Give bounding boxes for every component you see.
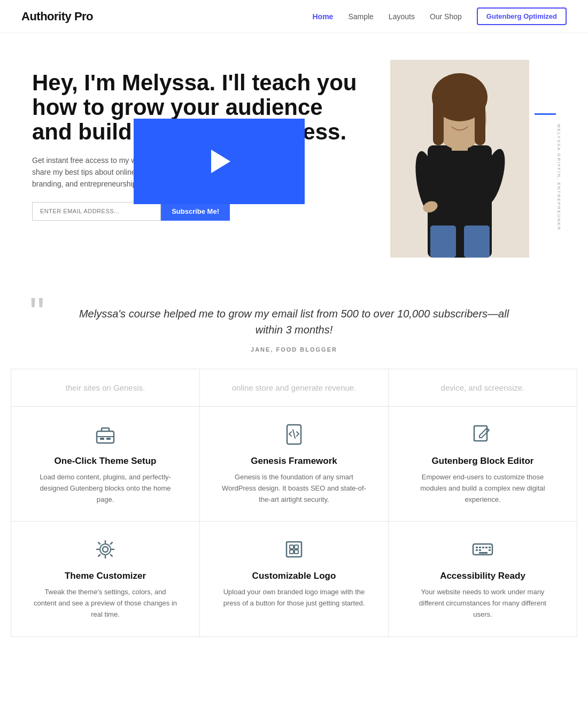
feature-title-genesis: Genesis Framework [251,456,337,467]
svg-rect-22 [290,545,293,549]
feature-accessibility: Accessibility Ready Your website needs t… [389,522,577,636]
gear-icon [94,538,117,561]
partial-text-2: online store and generate revenue. [232,382,357,393]
svg-point-19 [103,547,108,552]
svg-rect-33 [479,549,481,551]
svg-line-17 [293,430,295,438]
briefcase-icon [94,423,117,446]
email-input[interactable] [32,202,161,221]
edit-icon [471,423,494,446]
svg-rect-30 [485,547,488,548]
feature-title-gutenberg: Gutenberg Block Editor [432,456,534,467]
nav-link-shop[interactable]: Our Shop [430,12,462,21]
nav-link-sample[interactable]: Sample [348,12,373,21]
svg-rect-32 [476,549,478,551]
hero-image [390,60,529,258]
svg-rect-24 [290,550,293,554]
svg-rect-28 [479,547,481,548]
svg-rect-15 [106,438,111,440]
svg-rect-23 [295,545,298,549]
svg-rect-5 [433,97,444,145]
feature-desc-accessibility: Your website needs to work under many di… [410,587,555,620]
testimonial-section: " Melyssa's course helped me to grow my … [0,284,588,369]
feature-desc-one-click: Load demo content, plugins, and perfectl… [33,472,178,505]
feature-partial-3: device, and screensize. [389,369,577,407]
feature-theme-customizer: Theme Customizer Tweak the theme's setti… [11,522,200,636]
svg-rect-6 [475,97,485,145]
svg-rect-25 [295,550,298,554]
email-signup-form: Subscribe Me! [32,202,230,221]
svg-rect-34 [479,552,488,554]
feature-title-accessibility: Accessibility Ready [440,571,525,581]
feature-title-one-click: One-Click Theme Setup [55,456,157,467]
svg-point-20 [100,544,111,555]
feature-gutenberg: Gutenberg Block Editor Empower end-users… [389,407,577,522]
svg-rect-14 [100,438,104,440]
partial-text-3: device, and screensize. [441,382,525,393]
feature-desc-logo: Upload your own branded logo image with … [221,587,367,609]
nav-link-layouts[interactable]: Layouts [389,12,415,21]
person-photo-svg [390,60,529,258]
accent-line [535,113,556,115]
feature-desc-gutenberg: Empower end-users to customize those mod… [410,472,555,505]
testimonial-author: JANE, FOOD BLOGGER [251,346,337,353]
video-play-button[interactable] [134,119,305,204]
svg-rect-10 [464,226,490,258]
feature-title-customizer: Theme Customizer [65,571,146,581]
feature-one-click-setup: One-Click Theme Setup Load demo content,… [11,407,200,522]
feature-partial-2: online store and generate revenue. [200,369,389,407]
svg-rect-35 [489,549,491,551]
nav-link-home[interactable]: Home [312,12,333,21]
svg-rect-29 [482,547,484,548]
keyboard-icon [471,538,494,561]
main-nav: Home Sample Layouts Our Shop Gutenberg O… [312,7,567,25]
feature-custom-logo: Customizable Logo Upload your own brande… [200,522,389,636]
play-icon [211,150,230,173]
svg-rect-27 [476,547,478,548]
feature-title-logo: Customizable Logo [252,571,336,581]
code-file-icon [282,423,306,446]
feature-desc-customizer: Tweak the theme's settings, colors, and … [33,587,178,620]
features-grid: their sites on Genesis. online store and… [11,369,577,637]
feature-desc-genesis: Genesis is the foundation of any smart W… [221,472,367,505]
svg-rect-18 [474,426,487,441]
quote-mark-icon: " [29,300,44,326]
svg-rect-21 [287,542,301,557]
subscribe-button[interactable]: Subscribe Me! [161,202,230,221]
person-caption: MELYSSA GRIFFIN, ENTREPREUNER [556,124,561,231]
partial-text-1: their sites on Genesis. [66,382,145,393]
gutenberg-optimized-button[interactable]: Gutenberg Optimized [477,7,567,25]
svg-rect-9 [430,226,456,258]
logo-icon [282,538,306,561]
hero-image-container: MELYSSA GRIFFIN, ENTREPREUNER [385,60,556,263]
testimonial-quote: Melyssa's course helped me to grow my em… [64,306,524,338]
feature-genesis: Genesis Framework Genesis is the foundat… [200,407,389,522]
svg-rect-31 [489,547,491,548]
hero-section: Hey, I'm Melyssa. I'll teach you how to … [0,33,588,284]
site-title: Authority Pro [21,10,93,24]
feature-partial-1: their sites on Genesis. [11,369,200,407]
